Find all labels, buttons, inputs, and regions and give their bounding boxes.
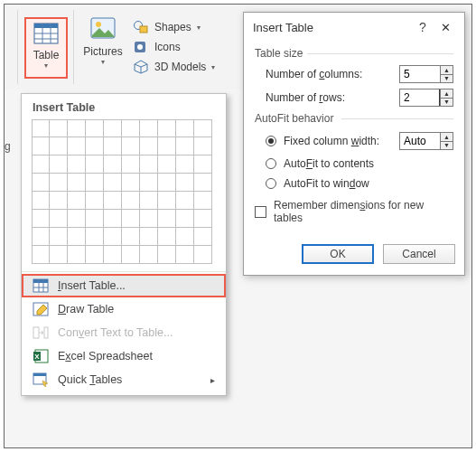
grid-cell[interactable] xyxy=(50,228,68,246)
radio-autofit-window[interactable]: AutoFit to window xyxy=(266,177,453,190)
grid-cell[interactable] xyxy=(140,174,158,192)
grid-cell[interactable] xyxy=(86,155,104,174)
table-ribbon-button[interactable]: Table ▾ xyxy=(24,17,68,79)
grid-cell[interactable] xyxy=(104,119,122,137)
num-columns-spinner[interactable]: ▲▼ xyxy=(399,65,453,83)
grid-cell[interactable] xyxy=(122,137,140,155)
menu-draw-table[interactable]: Draw Table xyxy=(22,297,226,321)
grid-cell[interactable] xyxy=(194,119,212,137)
table-size-grid[interactable] xyxy=(32,119,216,264)
grid-cell[interactable] xyxy=(140,192,158,210)
num-rows-spinner[interactable]: ▲▼ xyxy=(399,89,453,107)
ok-button[interactable]: OK xyxy=(302,244,374,264)
grid-cell[interactable] xyxy=(140,210,158,228)
grid-cell[interactable] xyxy=(32,155,50,174)
grid-cell[interactable] xyxy=(176,192,194,210)
grid-cell[interactable] xyxy=(122,119,140,137)
grid-cell[interactable] xyxy=(86,192,104,210)
grid-cell[interactable] xyxy=(32,246,50,264)
3d-models-button[interactable]: 3D Models ▾ xyxy=(133,57,215,77)
fixed-width-spinner[interactable]: ▲▼ xyxy=(399,132,453,150)
cancel-button[interactable]: Cancel xyxy=(383,244,455,264)
remember-dimensions-checkbox[interactable]: Remember dimensions for new tables xyxy=(255,199,453,224)
grid-cell[interactable] xyxy=(158,174,176,192)
grid-cell[interactable] xyxy=(50,246,68,264)
grid-cell[interactable] xyxy=(158,228,176,246)
menu-insert-table[interactable]: Insert Table... xyxy=(22,274,226,297)
grid-cell[interactable] xyxy=(32,192,50,210)
grid-cell[interactable] xyxy=(32,119,50,137)
grid-cell[interactable] xyxy=(50,192,68,210)
spin-down-icon[interactable]: ▼ xyxy=(441,74,453,83)
grid-cell[interactable] xyxy=(176,210,194,228)
grid-cell[interactable] xyxy=(86,246,104,264)
radio-autofit-contents[interactable]: AutoFit to contents xyxy=(266,157,453,170)
grid-cell[interactable] xyxy=(194,174,212,192)
grid-cell[interactable] xyxy=(194,192,212,210)
grid-cell[interactable] xyxy=(176,228,194,246)
grid-cell[interactable] xyxy=(158,192,176,210)
grid-cell[interactable] xyxy=(104,174,122,192)
grid-cell[interactable] xyxy=(158,210,176,228)
grid-cell[interactable] xyxy=(32,228,50,246)
menu-excel-spreadsheet[interactable]: X Excel Spreadsheet xyxy=(22,344,226,368)
grid-cell[interactable] xyxy=(32,137,50,155)
grid-cell[interactable] xyxy=(68,174,86,192)
fixed-width-input[interactable] xyxy=(400,133,440,149)
grid-cell[interactable] xyxy=(158,155,176,174)
grid-cell[interactable] xyxy=(176,137,194,155)
icons-button[interactable]: Icons xyxy=(133,37,215,57)
grid-cell[interactable] xyxy=(32,210,50,228)
spin-down-icon[interactable]: ▼ xyxy=(441,141,453,150)
grid-cell[interactable] xyxy=(68,155,86,174)
spin-up-icon[interactable]: ▲ xyxy=(441,133,453,141)
grid-cell[interactable] xyxy=(176,155,194,174)
spin-up-icon[interactable]: ▲ xyxy=(441,66,453,74)
grid-cell[interactable] xyxy=(86,119,104,137)
close-button[interactable]: ✕ xyxy=(435,21,455,34)
grid-cell[interactable] xyxy=(68,228,86,246)
grid-cell[interactable] xyxy=(104,155,122,174)
grid-cell[interactable] xyxy=(176,119,194,137)
grid-cell[interactable] xyxy=(104,137,122,155)
help-button[interactable]: ? xyxy=(415,20,430,34)
grid-cell[interactable] xyxy=(50,210,68,228)
grid-cell[interactable] xyxy=(140,119,158,137)
grid-cell[interactable] xyxy=(104,246,122,264)
grid-cell[interactable] xyxy=(68,246,86,264)
grid-cell[interactable] xyxy=(86,174,104,192)
grid-cell[interactable] xyxy=(104,210,122,228)
grid-cell[interactable] xyxy=(140,246,158,264)
grid-cell[interactable] xyxy=(32,174,50,192)
grid-cell[interactable] xyxy=(122,174,140,192)
grid-cell[interactable] xyxy=(122,246,140,264)
spin-down-icon[interactable]: ▼ xyxy=(441,98,453,107)
grid-cell[interactable] xyxy=(194,246,212,264)
grid-cell[interactable] xyxy=(50,137,68,155)
grid-cell[interactable] xyxy=(194,137,212,155)
grid-cell[interactable] xyxy=(194,228,212,246)
grid-cell[interactable] xyxy=(68,192,86,210)
grid-cell[interactable] xyxy=(86,210,104,228)
grid-cell[interactable] xyxy=(176,174,194,192)
grid-cell[interactable] xyxy=(122,210,140,228)
grid-cell[interactable] xyxy=(158,137,176,155)
grid-cell[interactable] xyxy=(194,210,212,228)
grid-cell[interactable] xyxy=(68,137,86,155)
grid-cell[interactable] xyxy=(122,228,140,246)
grid-cell[interactable] xyxy=(158,119,176,137)
grid-cell[interactable] xyxy=(50,155,68,174)
grid-cell[interactable] xyxy=(140,155,158,174)
grid-cell[interactable] xyxy=(86,137,104,155)
grid-cell[interactable] xyxy=(158,246,176,264)
pictures-button[interactable]: Pictures ▾ xyxy=(79,17,127,66)
menu-quick-tables[interactable]: Quick Tables ▸ xyxy=(22,368,226,391)
grid-cell[interactable] xyxy=(104,228,122,246)
grid-cell[interactable] xyxy=(68,119,86,137)
radio-fixed-width[interactable]: Fixed column width: ▲▼ xyxy=(266,132,453,150)
grid-cell[interactable] xyxy=(176,246,194,264)
num-columns-input[interactable] xyxy=(400,66,440,82)
grid-cell[interactable] xyxy=(50,174,68,192)
grid-cell[interactable] xyxy=(122,155,140,174)
num-rows-input[interactable] xyxy=(400,89,440,106)
